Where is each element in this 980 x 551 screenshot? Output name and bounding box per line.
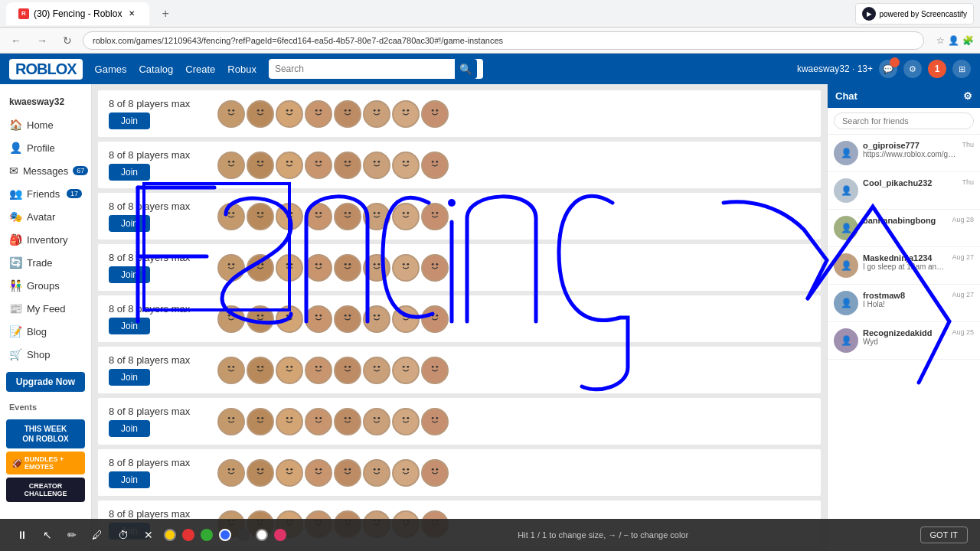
avatar — [305, 408, 332, 435]
forward-button[interactable]: → — [32, 33, 52, 48]
avatar — [276, 100, 303, 128]
svg-point-79 — [312, 219, 326, 229]
new-tab-button[interactable]: + — [155, 4, 175, 24]
svg-point-8 — [283, 105, 295, 116]
bookmark-icon[interactable]: ☆ — [936, 35, 945, 46]
sidebar-item-profile[interactable]: 👤 Profile — [0, 136, 91, 159]
chat-info: Recognizedakidd Wyd — [863, 328, 947, 353]
nav-robux[interactable]: Robux — [227, 64, 256, 75]
instance-info: 8 of 8 players maxJoin — [109, 406, 208, 437]
svg-point-15 — [312, 116, 326, 126]
svg-point-76 — [312, 207, 324, 219]
join-button[interactable]: Join — [109, 266, 150, 283]
chat-search-input[interactable] — [834, 112, 974, 129]
avatar — [334, 203, 361, 230]
grid-icon[interactable]: ⊞ — [952, 60, 971, 78]
pen-button[interactable]: ✏ — [63, 526, 81, 544]
join-button[interactable]: Join — [109, 369, 150, 386]
color-pink[interactable] — [274, 529, 286, 541]
chat-item[interactable]: 👤 Maskedninja1234 I go sleep at 12am and… — [828, 247, 980, 285]
svg-point-230 — [261, 468, 263, 470]
avatar-group — [217, 100, 449, 128]
sidebar-item-avatar[interactable]: 🎭 Avatar — [0, 205, 91, 228]
color-red[interactable] — [182, 529, 194, 541]
got-it-button[interactable]: GOT IT — [920, 527, 968, 543]
svg-point-188 — [429, 361, 440, 373]
nav-games[interactable]: Games — [95, 64, 127, 75]
avatar-group — [217, 357, 449, 384]
this-week-button[interactable]: THIS WEEK ON ROBLOX — [6, 419, 85, 448]
notification-icon[interactable]: 1 — [928, 60, 946, 78]
svg-point-177 — [345, 365, 347, 367]
svg-point-31 — [428, 116, 443, 126]
chat-item[interactable]: 👤 frostmaw8 I Hola! Aug 27 — [828, 285, 980, 322]
svg-point-96 — [225, 259, 237, 270]
svg-point-156 — [429, 310, 440, 321]
tab-close-button[interactable]: ✕ — [126, 8, 137, 19]
sidebar-label-blog: Blog — [27, 326, 47, 337]
sidebar-item-blog[interactable]: 📝 Blog — [0, 320, 91, 343]
join-button[interactable]: Join — [109, 112, 150, 129]
join-button[interactable]: Join — [109, 164, 150, 181]
chat-settings-icon[interactable]: ⚙ — [963, 90, 972, 102]
chat-item[interactable]: 👤 Recognizedakidd Wyd Aug 25 — [828, 322, 980, 360]
svg-point-120 — [400, 259, 411, 270]
svg-point-57 — [403, 160, 405, 162]
bundles-button[interactable]: 🏈 BUNDLES + EMOTES — [6, 452, 85, 474]
svg-point-88 — [400, 207, 411, 219]
color-blue[interactable] — [219, 529, 231, 541]
svg-point-67 — [224, 219, 239, 229]
back-button[interactable]: ← — [6, 33, 26, 48]
nav-create[interactable]: Create — [185, 64, 215, 75]
svg-point-157 — [432, 314, 434, 316]
creator-challenge-button[interactable]: CREATOR CHALLENGE — [6, 478, 85, 502]
join-button[interactable]: Join — [109, 420, 150, 437]
sidebar-item-myfeed[interactable]: 📰 My Feed — [0, 297, 91, 320]
upgrade-button[interactable]: Upgrade Now — [6, 372, 85, 392]
svg-point-237 — [315, 468, 318, 470]
chat-item[interactable]: 👤 o_giproise777 https://www.roblox.com/g… — [828, 135, 980, 172]
color-green[interactable] — [201, 529, 213, 541]
join-button[interactable]: Join — [109, 215, 150, 232]
search-button[interactable]: 🔍 — [455, 59, 477, 79]
nav-catalog[interactable]: Catalog — [139, 64, 173, 75]
url-bar[interactable]: roblox.com/games/12109643/fencing?refPag… — [83, 31, 924, 50]
color-white[interactable] — [256, 529, 268, 541]
color-black[interactable] — [237, 529, 250, 541]
avatar-icon: 🎭 — [9, 210, 22, 223]
profile-icon[interactable]: 👤 — [948, 35, 959, 46]
svg-point-38 — [261, 160, 263, 162]
sidebar-item-groups[interactable]: 👫 Groups — [0, 274, 91, 297]
chat-item[interactable]: 👤 Cool_pikachu232 Thu — [828, 172, 980, 210]
join-button[interactable]: Join — [109, 471, 150, 488]
chat-icon[interactable]: 💬 — [879, 60, 897, 78]
settings-icon[interactable]: ⚙ — [903, 60, 922, 78]
search-input[interactable] — [275, 64, 455, 74]
svg-point-82 — [348, 211, 351, 214]
active-tab[interactable]: R (30) Fencing - Roblox ✕ — [6, 2, 149, 25]
sidebar-item-home[interactable]: 🏠 Home — [0, 113, 91, 136]
sidebar-item-messages[interactable]: ✉ Messages 67 — [0, 159, 91, 182]
extension-icon[interactable]: 🧩 — [962, 35, 974, 46]
roblox-logo[interactable]: ROBLOX — [9, 59, 83, 80]
pause-button[interactable]: ⏸ — [12, 526, 32, 544]
svg-point-99 — [224, 270, 239, 280]
color-yellow[interactable] — [164, 529, 176, 541]
sidebar-item-shop[interactable]: 🛒 Shop — [0, 343, 91, 366]
timer-button[interactable]: ⏱ — [113, 526, 133, 544]
sidebar-item-trade[interactable]: 🔄 Trade — [0, 251, 91, 274]
sidebar-username[interactable]: kwaesway32 — [0, 90, 91, 113]
avatar-group — [217, 305, 449, 333]
close-tool-button[interactable]: ✕ — [139, 526, 158, 544]
sidebar-item-inventory[interactable]: 🎒 Inventory — [0, 228, 91, 251]
avatar — [334, 357, 361, 384]
marker-button[interactable]: 🖊 — [87, 526, 107, 544]
refresh-button[interactable]: ↻ — [58, 33, 77, 48]
join-button[interactable]: Join — [109, 318, 150, 334]
cursor-button[interactable]: ↖ — [38, 526, 57, 544]
chat-item[interactable]: 👤 bannanabingbong Aug 28 — [828, 210, 980, 247]
svg-point-89 — [403, 211, 405, 214]
avatar — [276, 357, 303, 384]
sidebar-item-friends[interactable]: 👥 Friends 17 — [0, 182, 91, 205]
toolbar-hint: Hit 1 / 1 to change size, → / − to chang… — [292, 530, 914, 540]
